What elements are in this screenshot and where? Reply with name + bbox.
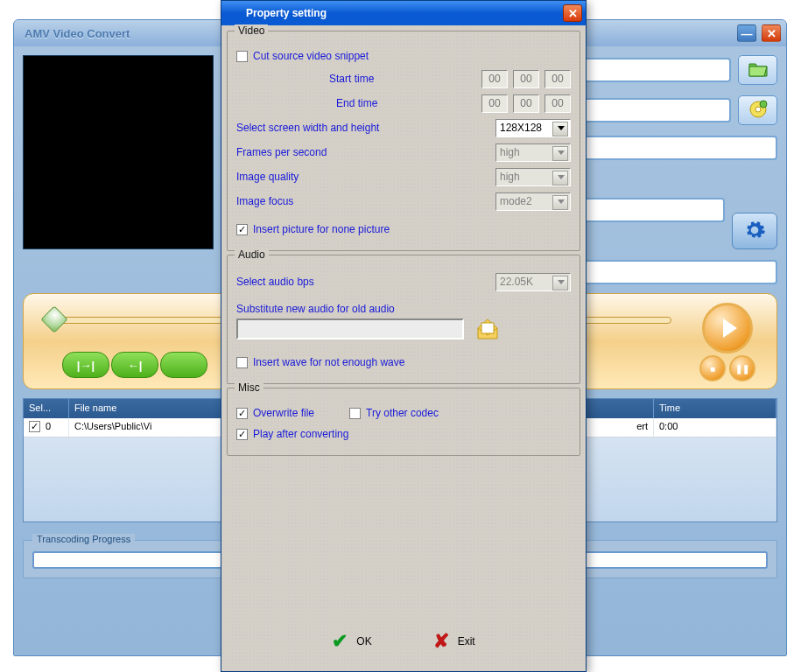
play-after-checkbox[interactable]: ✓ xyxy=(236,429,248,440)
ok-label: OK xyxy=(356,635,371,648)
audio-legend: Audio xyxy=(235,248,269,261)
try-codec-label: Try other codec xyxy=(366,407,439,419)
try-codec-checkbox[interactable] xyxy=(349,408,361,419)
row-time: 0:00 xyxy=(654,418,776,437)
audio-bps-combo[interactable]: 22.05K xyxy=(495,273,571,291)
substitute-audio-label: Substitute new audio for old audio xyxy=(236,303,571,315)
play-after-label: Play after converting xyxy=(253,428,348,440)
x-icon: ✘ xyxy=(433,630,449,653)
mark-out-label: ←| xyxy=(128,359,143,372)
focus-label: Image focus xyxy=(236,195,495,207)
progress-label: Transcoding Progress xyxy=(32,534,135,544)
envelope-open-icon[interactable] xyxy=(474,318,501,345)
misc-legend: Misc xyxy=(235,382,263,394)
overwrite-checkbox[interactable]: ✓ xyxy=(236,408,248,419)
mark-out-button[interactable]: ←| xyxy=(111,352,158,378)
end-m-input[interactable]: 00 xyxy=(513,94,539,113)
screen-size-combo[interactable]: 128X128 xyxy=(495,119,571,137)
gear-icon xyxy=(743,219,766,243)
ok-button[interactable]: ✔ OK xyxy=(332,630,371,653)
substitute-audio-field[interactable] xyxy=(236,318,464,340)
video-preview xyxy=(23,55,214,249)
mark-in-label: |→| xyxy=(77,359,95,372)
folder-icon xyxy=(748,60,769,80)
misc-groupbox: Misc ✓ Overwrite file Try other codec ✓ … xyxy=(227,388,580,456)
cut-snippet-label: Cut source video snippet xyxy=(253,50,369,62)
insert-wave-checkbox[interactable] xyxy=(236,357,248,368)
play-button[interactable] xyxy=(702,303,753,354)
quality-combo[interactable]: high xyxy=(495,168,571,186)
end-h-input[interactable]: 00 xyxy=(481,94,508,113)
exit-button[interactable]: ✘ Exit xyxy=(433,630,475,653)
open-file-button[interactable] xyxy=(738,55,777,85)
screen-label: Select screen width and height xyxy=(236,122,495,134)
property-setting-dialog: Property setting ✕ Video Cut source vide… xyxy=(221,0,587,672)
fps-combo[interactable]: high xyxy=(495,144,571,162)
insert-wave-label: Insert wave for not enough wave xyxy=(253,356,404,368)
settings-button[interactable] xyxy=(732,213,777,249)
end-time-label: End time xyxy=(336,97,377,109)
overwrite-label: Overwrite file xyxy=(253,407,314,419)
output-folder-button[interactable] xyxy=(738,95,777,125)
stop-button[interactable]: ■ xyxy=(699,355,726,382)
fps-label: Frames per second xyxy=(236,146,495,158)
audio-bps-label: Select audio bps xyxy=(236,276,495,288)
quality-label: Image quality xyxy=(236,171,495,183)
mark-in-button[interactable]: |→| xyxy=(62,352,109,378)
main-close-button[interactable]: ✕ xyxy=(762,24,781,42)
svg-point-1 xyxy=(755,107,761,112)
col-header-select[interactable]: Sel... xyxy=(24,399,69,418)
transport-extra-button[interactable] xyxy=(160,352,207,378)
video-legend: Video xyxy=(235,24,268,37)
exit-label: Exit xyxy=(458,635,475,648)
dialog-footer: ✔ OK ✘ Exit xyxy=(227,617,580,666)
video-groupbox: Video Cut source video snippet Start tim… xyxy=(227,31,580,251)
svg-point-2 xyxy=(760,101,767,108)
minimize-button[interactable]: — xyxy=(737,24,756,42)
focus-combo[interactable]: mode2 xyxy=(495,192,571,211)
disc-icon xyxy=(748,100,768,121)
insert-picture-checkbox[interactable]: ✓ xyxy=(236,224,248,235)
col-header-time[interactable]: Time xyxy=(654,399,776,418)
row-checkbox[interactable]: ✓ xyxy=(29,421,40,432)
svg-rect-3 xyxy=(481,323,494,333)
pause-button[interactable]: ❚❚ xyxy=(729,355,755,382)
row-index: 0 xyxy=(46,421,51,431)
start-h-input[interactable]: 00 xyxy=(481,70,508,88)
seek-thumb[interactable] xyxy=(40,305,67,332)
start-s-input[interactable]: 00 xyxy=(545,70,571,88)
check-icon: ✔ xyxy=(332,630,348,653)
start-time-label: Start time xyxy=(329,73,374,85)
insert-picture-label: Insert picture for none picture xyxy=(253,223,390,235)
dialog-titlebar[interactable]: Property setting ✕ xyxy=(221,1,586,25)
audio-groupbox: Audio Select audio bps 22.05K Substitute… xyxy=(227,255,580,384)
dialog-close-button[interactable]: ✕ xyxy=(563,4,582,22)
dialog-title: Property setting xyxy=(225,7,563,19)
cut-snippet-checkbox[interactable] xyxy=(236,51,248,62)
end-s-input[interactable]: 00 xyxy=(545,94,571,113)
start-m-input[interactable]: 00 xyxy=(513,70,539,88)
